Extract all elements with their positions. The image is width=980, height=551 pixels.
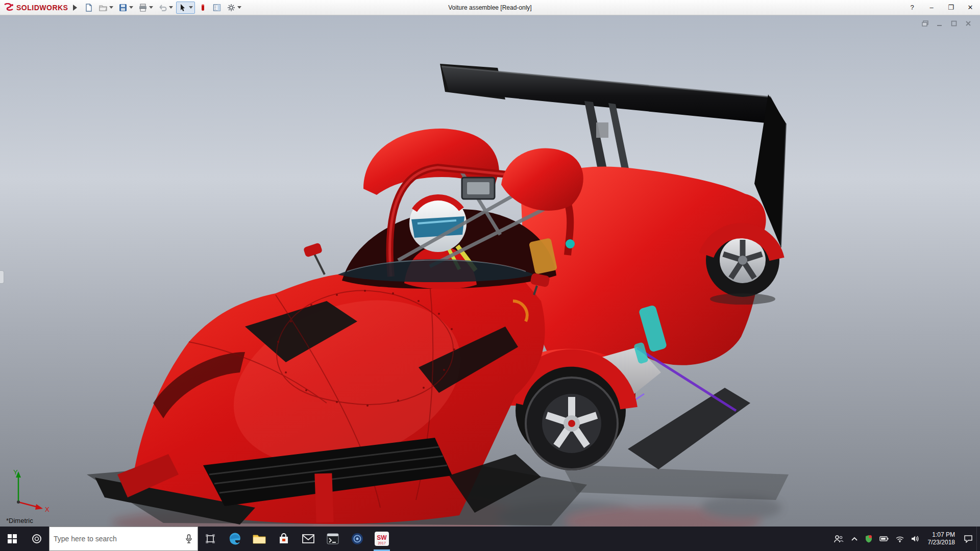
microphone-button[interactable]: [180, 534, 198, 543]
clock-time: 1:07 PM: [932, 531, 955, 539]
save-dropdown-caret[interactable]: [129, 6, 133, 9]
teal-detail: [566, 239, 575, 248]
doc-maximize-button[interactable]: [949, 19, 959, 28]
select-cursor-icon: [178, 3, 187, 12]
show-desktop-button[interactable]: [976, 527, 980, 551]
solidworks-2017-button[interactable]: SW 2017: [370, 527, 394, 551]
solidworks-logo: SOLIDWORKS: [0, 3, 72, 12]
solidworks-logo-icon: [3, 3, 14, 12]
cortana-icon: [31, 533, 42, 544]
restore-icon: [922, 20, 929, 27]
store-button[interactable]: [272, 527, 296, 551]
edge-button[interactable]: [223, 527, 247, 551]
file-explorer-button[interactable]: [247, 527, 272, 551]
doc-close-button[interactable]: [964, 19, 973, 28]
document-window-controls: [921, 19, 973, 28]
titlebar: SOLIDWORKS: [0, 0, 980, 15]
new-document-button[interactable]: [82, 2, 95, 14]
model-view[interactable]: [0, 15, 980, 527]
gear-icon: [227, 3, 236, 12]
file-explorer-icon: [253, 533, 266, 544]
search-input[interactable]: [50, 535, 180, 543]
help-button[interactable]: ?: [902, 0, 922, 15]
print-button[interactable]: [136, 2, 155, 14]
close-icon: [965, 20, 971, 27]
mail-icon: [302, 534, 314, 544]
action-center-button[interactable]: [960, 527, 976, 551]
graphics-area[interactable]: Y X *Dimetric: [0, 15, 980, 527]
open-button[interactable]: [96, 2, 115, 14]
edge-icon: [228, 532, 241, 545]
minimize-button[interactable]: –: [922, 0, 941, 15]
shield-icon: [865, 535, 872, 543]
action-center-icon: [964, 535, 973, 543]
people-icon: [834, 535, 844, 543]
store-icon: [278, 533, 290, 545]
clock[interactable]: 1:07 PM 7/23/2018: [923, 527, 960, 551]
quick-access-toolbar: [82, 2, 243, 14]
print-icon: [138, 3, 148, 12]
microphone-icon: [185, 534, 192, 543]
record-button[interactable]: [196, 2, 209, 14]
network-button[interactable]: [892, 527, 908, 551]
task-pane-icon: [212, 3, 222, 12]
view-orientation-label: *Dimetric: [6, 517, 33, 524]
brand-text: SOLIDWORKS: [16, 4, 68, 12]
select-button[interactable]: [176, 2, 195, 14]
solidworks-2017-icon: SW 2017: [374, 531, 389, 546]
open-dropdown-caret[interactable]: [109, 6, 113, 9]
search-box[interactable]: [49, 527, 198, 551]
edrawings-button[interactable]: [345, 527, 370, 551]
volume-button[interactable]: [908, 527, 923, 551]
chevron-up-icon: [851, 536, 858, 541]
mail-button[interactable]: [296, 527, 321, 551]
volume-icon: [911, 535, 919, 542]
hidden-icons-button[interactable]: [847, 527, 862, 551]
start-button[interactable]: [0, 527, 24, 551]
axis-y-label: Y: [13, 468, 18, 476]
maximize-button[interactable]: ❐: [941, 0, 961, 15]
task-view-button[interactable]: [198, 527, 223, 551]
save-icon: [118, 3, 128, 12]
command-prompt-icon: [327, 533, 339, 544]
window-controls: ? – ❐ ✕: [902, 0, 980, 15]
solidworks-badge-text: SW: [377, 534, 387, 541]
taskbar: SW 2017: [0, 527, 980, 551]
undo-icon: [158, 3, 167, 12]
windows-logo-icon: [8, 534, 17, 543]
maximize-icon: [951, 20, 957, 27]
doc-restore-button[interactable]: [921, 19, 930, 28]
minimize-icon: [937, 20, 943, 27]
undo-dropdown-caret[interactable]: [169, 6, 173, 9]
task-pane-button[interactable]: [210, 2, 224, 14]
command-prompt-button[interactable]: [321, 527, 345, 551]
system-tray: 1:07 PM 7/23/2018: [830, 527, 980, 551]
options-button[interactable]: [225, 2, 243, 14]
new-document-icon: [84, 3, 93, 12]
people-button[interactable]: [830, 527, 847, 551]
save-button[interactable]: [116, 2, 135, 14]
axis-x-label: X: [45, 506, 50, 512]
orientation-triad: Y X: [6, 465, 57, 512]
clock-date: 7/23/2018: [928, 539, 955, 546]
cortana-button[interactable]: [24, 527, 49, 551]
open-folder-icon: [99, 3, 108, 12]
print-dropdown-caret[interactable]: [149, 6, 153, 9]
task-view-icon: [205, 534, 215, 544]
edrawings-icon: [351, 532, 364, 545]
menu-flyout-arrow[interactable]: [73, 5, 77, 11]
defender-button[interactable]: [862, 527, 876, 551]
select-dropdown-caret[interactable]: [189, 6, 193, 9]
undo-button[interactable]: [156, 2, 175, 14]
battery-icon: [879, 536, 889, 542]
doc-minimize-button[interactable]: [935, 19, 944, 28]
network-icon: [896, 536, 904, 542]
close-button[interactable]: ✕: [961, 0, 980, 15]
battery-button[interactable]: [876, 527, 892, 551]
solidworks-year-text: 2017: [378, 541, 386, 545]
panel-collapse-handle[interactable]: [0, 270, 4, 284]
options-dropdown-caret[interactable]: [237, 6, 241, 9]
record-icon: [198, 3, 207, 12]
